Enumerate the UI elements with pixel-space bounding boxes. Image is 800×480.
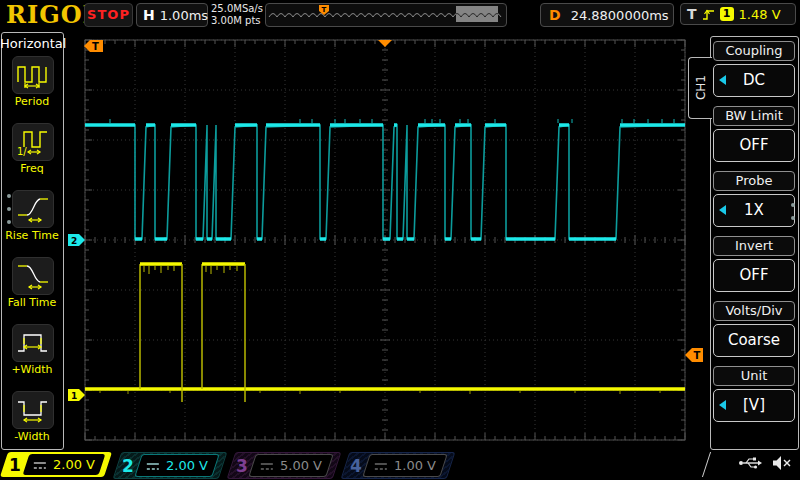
left-triangle-icon xyxy=(719,400,726,410)
channel-3-status[interactable]: 3 5.00 V xyxy=(227,452,342,479)
svg-text:T: T xyxy=(694,350,701,361)
fall-time-button[interactable] xyxy=(12,257,54,295)
unit-label: Unit xyxy=(713,366,795,386)
freq-button[interactable]: 1/ xyxy=(12,123,54,161)
horizontal-scale-readout[interactable]: H 1.00ms xyxy=(136,3,208,27)
menu-item-coupling[interactable]: Coupling DC xyxy=(713,41,795,97)
channel-1-number: 1 xyxy=(4,455,26,475)
channel-1-status[interactable]: 1 2.00 V xyxy=(0,452,112,477)
freq-icon: 1/ xyxy=(16,127,50,157)
run-state-button[interactable]: STOP xyxy=(84,3,133,27)
channel-2-number: 2 xyxy=(118,456,138,476)
rise-time-button[interactable] xyxy=(12,190,54,228)
channel-4-number: 4 xyxy=(346,456,366,476)
sample-rate: 25.0MSa/s xyxy=(211,3,263,15)
left-triangle-icon xyxy=(719,205,726,215)
acquisition-readout: 25.0MSa/s 3.00M pts xyxy=(211,3,263,27)
svg-text:T: T xyxy=(92,41,99,52)
trigger-level-value: 1.48 V xyxy=(739,7,781,22)
memory-depth: 3.00M pts xyxy=(211,15,263,27)
ch1-zero-marker: 1 xyxy=(68,389,85,401)
channel-status-bar: 1 2.00 V 2 2.00 V 3 xyxy=(0,450,800,480)
waveform-overview-thumbnail: T xyxy=(265,3,507,27)
channel-softkey-menu: Coupling DC BW Limit OFF Probe 1X Invert… xyxy=(713,41,795,422)
svg-text:T: T xyxy=(322,6,327,14)
menu-item-unit[interactable]: Unit [V] xyxy=(713,366,795,422)
period-button[interactable] xyxy=(12,56,54,94)
waveform-display: TT21 xyxy=(0,0,800,480)
page-dot xyxy=(7,207,11,211)
volts-div-label: Volts/Div xyxy=(713,301,795,321)
period-icon xyxy=(16,60,50,90)
invert-value: OFF xyxy=(713,259,795,292)
ch2-zero-marker: 2 xyxy=(68,234,85,246)
minus-width-button[interactable] xyxy=(12,391,54,429)
menu-item-volts-div[interactable]: Volts/Div Coarse xyxy=(713,301,795,357)
svg-text:1/: 1/ xyxy=(17,146,27,157)
svg-text:1: 1 xyxy=(71,391,77,401)
page-dot xyxy=(7,194,11,198)
trigger-label: T xyxy=(687,6,697,22)
period-label: Period xyxy=(0,95,64,108)
trigger-readout: T 1 1.48 V xyxy=(680,3,796,25)
coupling-label: Coupling xyxy=(713,41,795,61)
rising-edge-icon xyxy=(702,7,715,21)
usb-icon xyxy=(738,455,762,471)
left-menu-title: Horizontal xyxy=(0,36,64,51)
channel-3-scale: 5.00 V xyxy=(280,458,322,473)
oscilloscope-screen: TT21 RIGOL STOP H 1.00ms 25.0MSa/s 3.00M… xyxy=(0,0,800,480)
probe-label: Probe xyxy=(713,171,795,191)
plus-width-icon xyxy=(16,328,50,358)
invert-label: Invert xyxy=(713,236,795,256)
top-status-bar: RIGOL STOP H 1.00ms 25.0MSa/s 3.00M pts … xyxy=(0,0,800,30)
left-triangle-icon xyxy=(719,75,726,85)
horizontal-label: H xyxy=(143,7,155,23)
channel-4-scale: 1.00 V xyxy=(394,458,436,473)
bw-limit-label: BW Limit xyxy=(713,106,795,126)
ch2-trace-edges xyxy=(85,125,685,239)
menu-item-invert[interactable]: Invert OFF xyxy=(713,236,795,292)
channel-3-number: 3 xyxy=(232,456,252,476)
minus-width-label: -Width xyxy=(0,430,64,443)
fall-time-icon xyxy=(16,261,50,291)
channel-menu-tab-label: CH1 xyxy=(694,75,708,100)
channel-2-status[interactable]: 2 2.00 V xyxy=(113,452,228,479)
coupling-value: DC xyxy=(713,64,795,97)
rise-time-icon xyxy=(16,194,50,224)
rise-time-label: Rise Time xyxy=(0,229,64,242)
probe-value: 1X xyxy=(713,194,795,227)
volts-div-value: Coarse xyxy=(713,324,795,357)
thumbnail-wave: T xyxy=(266,4,504,24)
delay-label: D xyxy=(549,7,561,23)
menu-item-bw-limit[interactable]: BW Limit OFF xyxy=(713,106,795,162)
horizontal-scale-value: 1.00ms xyxy=(160,8,208,23)
delay-value: 24.8800000ms xyxy=(571,8,669,23)
plus-width-label: +Width xyxy=(0,363,64,376)
trigger-source-badge: 1 xyxy=(720,7,734,21)
freq-label: Freq xyxy=(0,162,64,175)
dc-coupling-icon xyxy=(33,460,47,470)
bw-limit-value: OFF xyxy=(713,129,795,162)
trigger-position-marker xyxy=(378,40,392,47)
menu-item-probe[interactable]: Probe 1X xyxy=(713,171,795,227)
dc-coupling-icon xyxy=(260,461,274,471)
plus-width-button[interactable] xyxy=(12,324,54,362)
dc-coupling-icon xyxy=(374,461,388,471)
minus-width-icon xyxy=(16,395,50,425)
dc-coupling-icon xyxy=(146,461,160,471)
trigger-level-marker: T xyxy=(685,348,703,362)
page-dot xyxy=(791,216,795,220)
delay-readout: D 24.8800000ms xyxy=(540,3,674,27)
channel-4-status[interactable]: 4 1.00 V xyxy=(341,452,456,479)
channel-menu-tab: CH1 xyxy=(688,57,712,119)
speaker-muted-icon xyxy=(772,455,792,471)
page-dot xyxy=(791,203,795,207)
fall-time-label: Fall Time xyxy=(0,296,64,309)
svg-text:2: 2 xyxy=(71,236,77,246)
status-separator xyxy=(702,452,711,477)
channel-2-scale: 2.00 V xyxy=(166,458,208,473)
unit-value: [V] xyxy=(713,389,795,422)
channel-1-scale: 2.00 V xyxy=(53,457,95,472)
page-dot xyxy=(7,220,11,224)
